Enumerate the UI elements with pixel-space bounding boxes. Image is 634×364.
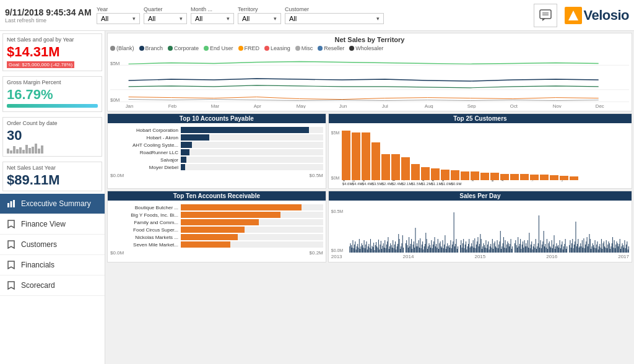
- svg-rect-107: [417, 246, 418, 253]
- payable-row-4: Salvajor: [110, 157, 323, 163]
- legend-fred: FRED: [238, 45, 260, 51]
- svg-rect-71: [387, 241, 388, 253]
- svg-rect-54: [373, 243, 374, 253]
- svg-rect-30: [354, 245, 355, 253]
- svg-rect-311: [586, 241, 586, 253]
- svg-rect-276: [556, 243, 557, 253]
- month-filter-label: Month ...: [191, 6, 234, 12]
- receivable-row-2: Family and Comm...: [110, 219, 323, 225]
- svg-rect-154: [455, 244, 456, 253]
- chart-row-mid: Top 10 Accounts Payable Hobart Corporati…: [107, 113, 632, 189]
- svg-rect-351: [618, 246, 619, 253]
- chevron-down-icon: ▾: [132, 15, 136, 22]
- svg-rect-70: [386, 245, 387, 253]
- refresh-label: Last refresh time: [5, 17, 92, 24]
- svg-rect-163: [464, 248, 464, 253]
- svg-rect-326: [597, 249, 598, 253]
- nav-section: Excecutive Summary Finance View Customer…: [0, 194, 105, 364]
- svg-rect-65: [382, 246, 383, 253]
- svg-rect-87: [400, 249, 401, 253]
- svg-rect-353: [619, 239, 620, 253]
- nav-financials[interactable]: Financials: [0, 255, 105, 275]
- svg-rect-80: [394, 245, 395, 253]
- svg-rect-239: [526, 246, 527, 253]
- svg-rect-325: [597, 241, 597, 253]
- svg-rect-135: [440, 241, 440, 253]
- svg-rect-307: [583, 248, 583, 253]
- svg-rect-207: [499, 241, 500, 253]
- svg-rect-118: [426, 239, 427, 253]
- year-filter[interactable]: Year All ▾: [97, 6, 140, 24]
- svg-rect-41: [363, 248, 363, 253]
- svg-rect-357: [623, 245, 623, 253]
- svg-rect-162: [463, 239, 464, 253]
- year-filter-select[interactable]: All ▾: [97, 13, 140, 24]
- svg-text:Sep: Sep: [467, 103, 477, 108]
- territory-filter[interactable]: Territory All ▾: [238, 6, 281, 24]
- quarter-filter[interactable]: Quarter All ▾: [144, 6, 187, 24]
- svg-rect-333: [604, 241, 604, 253]
- svg-rect-32: [355, 249, 356, 253]
- svg-rect-283: [562, 241, 562, 253]
- svg-rect-143: [446, 246, 447, 253]
- svg-rect-257: [541, 248, 542, 253]
- svg-rect-169: [469, 239, 469, 253]
- svg-rect-337: [607, 248, 607, 253]
- svg-rect-121: [428, 243, 429, 253]
- territory-filter-select[interactable]: All ▾: [238, 13, 281, 24]
- svg-text:Jan: Jan: [126, 103, 134, 108]
- svg-rect-302: [578, 248, 579, 253]
- quarter-filter-select[interactable]: All ▾: [144, 13, 187, 24]
- svg-rect-209: [501, 249, 502, 253]
- month-filter-select[interactable]: All ▾: [191, 13, 234, 24]
- datetime-display: 9/11/2018 9:45:34 AM: [5, 7, 92, 17]
- svg-rect-136: [441, 246, 441, 253]
- svg-rect-352: [619, 244, 619, 253]
- svg-rect-205: [498, 248, 498, 253]
- svg-rect-203: [496, 248, 497, 253]
- svg-rect-229: [518, 246, 519, 253]
- svg-rect-293: [571, 243, 572, 253]
- logo-text: Velosio: [583, 7, 629, 24]
- month-filter[interactable]: Month ... All ▾: [191, 6, 234, 24]
- svg-rect-125: [432, 248, 432, 253]
- nav-finance-view[interactable]: Finance View: [0, 214, 105, 235]
- legend-enduser-dot: [204, 46, 209, 51]
- receivable-row-4: Nickolas Markets ...: [110, 234, 323, 240]
- svg-rect-165: [466, 241, 466, 253]
- svg-rect-236: [524, 240, 524, 253]
- svg-rect-103: [414, 248, 415, 253]
- svg-rect-37: [360, 249, 360, 253]
- svg-rect-122: [430, 245, 430, 253]
- svg-rect-27: [352, 248, 352, 253]
- svg-rect-234: [523, 241, 523, 253]
- nav-scorecard[interactable]: Scorecard: [0, 275, 105, 296]
- svg-rect-93: [406, 240, 407, 253]
- svg-rect-40: [362, 245, 363, 253]
- svg-rect-78: [393, 240, 393, 253]
- chat-button[interactable]: [534, 4, 557, 27]
- svg-rect-128: [434, 237, 435, 253]
- svg-rect-72: [388, 237, 388, 253]
- kpi-nslyr-value: $89.11M: [7, 172, 98, 188]
- svg-rect-150: [452, 245, 453, 253]
- svg-rect-57: [376, 242, 376, 253]
- nav-customers[interactable]: Customers: [0, 235, 105, 255]
- svg-marker-3: [568, 11, 578, 20]
- svg-rect-332: [602, 243, 603, 253]
- svg-rect-141: [445, 235, 445, 253]
- svg-rect-361: [626, 245, 627, 253]
- svg-text:$0M: $0M: [110, 98, 119, 103]
- customer-filter[interactable]: Customer All ▾: [285, 6, 384, 24]
- nav-executive-summary[interactable]: Excecutive Summary: [0, 194, 105, 214]
- svg-rect-291: [570, 240, 570, 253]
- svg-rect-186: [482, 246, 483, 253]
- svg-rect-25: [350, 243, 350, 253]
- svg-rect-24: [349, 246, 350, 253]
- svg-rect-49: [369, 248, 370, 253]
- top10-payable-chart: Top 10 Accounts Payable Hobart Corporati…: [107, 113, 326, 189]
- svg-rect-59: [377, 248, 378, 253]
- customer-filter-select[interactable]: All ▾: [285, 13, 384, 24]
- svg-rect-185: [482, 249, 482, 253]
- svg-rect-97: [409, 246, 410, 253]
